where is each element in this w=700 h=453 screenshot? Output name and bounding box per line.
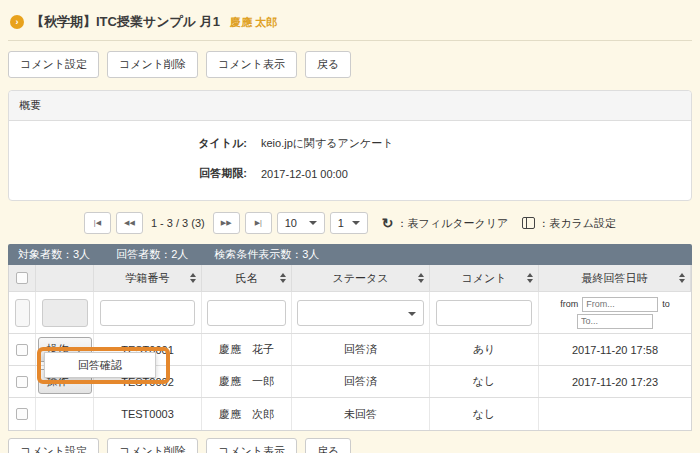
checkbox-filter-box bbox=[15, 299, 30, 327]
page-size-select[interactable]: 10 bbox=[277, 212, 325, 234]
overview-panel-header: 概要 bbox=[9, 91, 691, 121]
refresh-icon[interactable]: ↻ bbox=[382, 216, 394, 230]
cell-last-answered: 2017-11-20 17:23 bbox=[539, 366, 691, 397]
sort-icon[interactable] bbox=[190, 273, 196, 283]
field-label: タイトル: bbox=[19, 136, 247, 151]
column-header-comment[interactable]: コメント bbox=[430, 265, 539, 291]
cell-status: 回答済 bbox=[292, 366, 430, 397]
field-value: keio.jpに関するアンケート bbox=[261, 136, 394, 151]
row-checkbox[interactable] bbox=[16, 376, 28, 388]
last-page-button[interactable]: ▶| bbox=[245, 212, 272, 234]
row-checkbox[interactable] bbox=[16, 408, 28, 420]
column-header-student-id[interactable]: 学籍番号 bbox=[94, 265, 202, 291]
page-header: › 【秋学期】ITC授業サンプル 月1 慶應 太郎 bbox=[8, 8, 692, 40]
column-header-label: ステータス bbox=[332, 271, 388, 286]
comment-filter-input[interactable] bbox=[436, 300, 531, 326]
sort-icon[interactable] bbox=[679, 273, 685, 283]
column-header-label: 最終回答日時 bbox=[582, 271, 648, 286]
to-label: to bbox=[662, 299, 670, 309]
top-toolbar: コメント設定 コメント削除 コメント表示 戻る bbox=[8, 51, 692, 78]
column-header-name[interactable]: 氏名 bbox=[202, 265, 292, 291]
cell-operation-empty bbox=[36, 398, 94, 430]
operation-column-header bbox=[36, 265, 94, 291]
overview-field-title: タイトル: keio.jpに関するアンケート bbox=[19, 136, 681, 151]
table-header-row: 学籍番号 氏名 ステータス コメント 最終回答日時 bbox=[9, 265, 691, 292]
caret-down-icon bbox=[309, 221, 317, 225]
column-config-label: ：表カラム設定 bbox=[538, 216, 616, 231]
comment-show-button[interactable]: コメント表示 bbox=[206, 51, 297, 78]
prev-page-button[interactable]: ◀◀ bbox=[116, 212, 143, 234]
page-number-select[interactable]: 1 bbox=[330, 212, 368, 234]
name-filter-input[interactable] bbox=[207, 300, 285, 326]
select-all-checkbox[interactable] bbox=[16, 272, 28, 284]
date-range-filter: from to bbox=[539, 297, 691, 329]
column-header-last-answered[interactable]: 最終回答日時 bbox=[539, 265, 691, 291]
cell-status: 未回答 bbox=[292, 398, 430, 430]
first-page-button[interactable]: |◀ bbox=[84, 212, 111, 234]
cell-comment: あり bbox=[430, 334, 539, 365]
stat-targets: 対象者数：3人 bbox=[18, 247, 90, 262]
caret-down-icon bbox=[75, 380, 83, 384]
table-row: TEST0003 慶應 次郎 未回答 なし bbox=[9, 398, 691, 430]
cell-name: 慶應 花子 bbox=[202, 334, 292, 365]
from-label: from bbox=[560, 299, 578, 309]
header-divider bbox=[8, 40, 692, 41]
next-page-button[interactable]: ▶▶ bbox=[213, 212, 240, 234]
dropdown-menu-item-answer-check[interactable]: 回答確認 bbox=[44, 352, 156, 378]
respondents-table: 学籍番号 氏名 ステータス コメント 最終回答日時 bbox=[8, 265, 692, 431]
page-title: 【秋学期】ITC授業サンプル 月1 bbox=[31, 13, 220, 31]
comment-set-button[interactable]: コメント設定 bbox=[8, 438, 99, 453]
overview-field-deadline: 回答期限: 2017-12-01 00:00 bbox=[19, 166, 681, 181]
column-header-label: 氏名 bbox=[236, 271, 258, 286]
back-button[interactable]: 戻る bbox=[305, 51, 351, 78]
column-header-label: コメント bbox=[461, 271, 506, 286]
table-columns-icon[interactable] bbox=[522, 217, 535, 229]
page: › 【秋学期】ITC授業サンプル 月1 慶應 太郎 コメント設定 コメント削除 … bbox=[0, 0, 700, 453]
cell-last-answered: 2017-11-20 17:58 bbox=[539, 334, 691, 365]
sort-icon[interactable] bbox=[527, 273, 533, 283]
column-header-status[interactable]: ステータス bbox=[292, 265, 430, 291]
bottom-toolbar: コメント設定 コメント削除 コメント表示 戻る bbox=[8, 438, 692, 453]
overview-panel-body: タイトル: keio.jpに関するアンケート 回答期限: 2017-12-01 … bbox=[9, 121, 691, 200]
cell-name: 慶應 次郎 bbox=[202, 398, 292, 430]
user-name-link[interactable]: 慶應 太郎 bbox=[230, 15, 277, 30]
column-config-control: ：表カラム設定 bbox=[522, 216, 616, 231]
comment-show-button[interactable]: コメント表示 bbox=[206, 438, 297, 453]
page-range-text: 1 - 3 / 3 (3) bbox=[151, 217, 205, 229]
status-filter-select[interactable] bbox=[297, 300, 423, 326]
cell-student-id: TEST0003 bbox=[94, 398, 202, 430]
cell-last-answered bbox=[539, 398, 691, 430]
filter-clear-control: ↻ ：表フィルタークリア bbox=[382, 216, 509, 231]
sort-icon[interactable] bbox=[280, 273, 286, 283]
pagination-bar: |◀ ◀◀ 1 - 3 / 3 (3) ▶▶ ▶| 10 1 ↻ ：表フィルター… bbox=[8, 211, 692, 235]
row-checkbox[interactable] bbox=[16, 344, 28, 356]
cell-comment: なし bbox=[430, 366, 539, 397]
chevron-circle-icon: › bbox=[10, 15, 24, 29]
date-to-input[interactable] bbox=[577, 314, 653, 329]
field-label: 回答期限: bbox=[19, 166, 247, 181]
column-header-label: 学籍番号 bbox=[126, 271, 170, 286]
cell-status: 回答済 bbox=[292, 334, 430, 365]
field-value: 2017-12-01 00:00 bbox=[261, 168, 348, 180]
filter-clear-label: ：表フィルタークリア bbox=[396, 216, 508, 231]
date-from-input[interactable] bbox=[582, 297, 658, 312]
stats-bar: 対象者数：3人 回答者数：2人 検索条件表示数：3人 bbox=[8, 244, 692, 265]
page-number-value: 1 bbox=[338, 217, 344, 229]
back-button[interactable]: 戻る bbox=[305, 438, 351, 453]
caret-down-icon bbox=[408, 312, 416, 316]
cell-comment: なし bbox=[430, 398, 539, 430]
filter-row: from to bbox=[9, 292, 691, 334]
operation-filter-box bbox=[42, 299, 88, 327]
sort-icon[interactable] bbox=[418, 273, 424, 283]
stat-respondents: 回答者数：2人 bbox=[116, 247, 188, 262]
comment-set-button[interactable]: コメント設定 bbox=[8, 51, 99, 78]
caret-down-icon bbox=[352, 221, 360, 225]
comment-delete-button[interactable]: コメント削除 bbox=[107, 51, 198, 78]
student-id-filter-input[interactable] bbox=[100, 300, 194, 326]
stat-filtered: 検索条件表示数：3人 bbox=[214, 247, 319, 262]
cell-name: 慶應 一郎 bbox=[202, 366, 292, 397]
comment-delete-button[interactable]: コメント削除 bbox=[107, 438, 198, 453]
overview-panel: 概要 タイトル: keio.jpに関するアンケート 回答期限: 2017-12-… bbox=[8, 90, 692, 201]
caret-down-icon bbox=[75, 348, 83, 352]
page-size-value: 10 bbox=[285, 217, 297, 229]
